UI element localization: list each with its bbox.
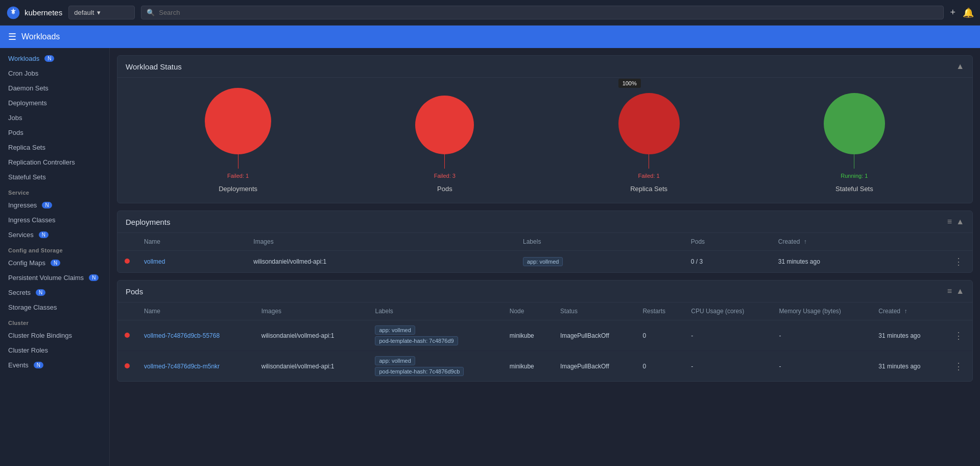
sidebar-item-replica-sets[interactable]: Replica Sets [0,140,109,155]
hamburger-icon[interactable]: ☰ [8,31,16,42]
col-created[interactable]: Created ↑ [771,233,945,251]
chart-stateful-sets-line [854,154,854,169]
chart-pods-legend: Failed: 3 [434,173,456,179]
table-row: vollmed-7c4876d9cb-55768 wilisondaniel/v… [117,320,972,351]
sidebar-item-cluster-roles[interactable]: Cluster Roles [0,343,109,358]
pods-table-header-row: Name Images Labels Node Status Restarts … [117,302,972,320]
pods-panel-header: Pods ≡ ▲ [117,281,972,302]
namespace-dropdown[interactable]: default ▾ [68,6,135,19]
pod-name-link[interactable]: vollmed-7c4876d9cb-55768 [144,332,220,339]
col-pod-images: Images [254,302,368,320]
chart-pods-bubble [415,96,474,154]
col-name[interactable]: Name [137,233,246,251]
sidebar-item-label: Persistent Volume Claims [8,274,84,282]
sidebar-item-services[interactable]: Services N [0,227,109,242]
sidebar-item-label: Secrets [8,289,31,296]
pods-filter-button[interactable]: ≡ [947,287,952,296]
sidebar-section-service: Service [0,184,109,198]
sidebar-item-pods[interactable]: Pods [0,125,109,140]
col-pod-created[interactable]: Created ↑ [871,302,945,320]
deployments-collapse-button[interactable]: ▲ [956,217,964,226]
deployments-table: Name Images Labels Pods Created ↑ [117,233,972,272]
pods-panel: Pods ≡ ▲ Name Images Labels Node Status … [117,280,973,382]
col-pod-name[interactable]: Name [137,302,254,320]
deployments-panel-title: Deployments [126,218,171,226]
col-status [117,233,137,251]
pod-memory-cell: - [772,320,871,351]
sidebar-item-cluster-role-bindings[interactable]: Cluster Role Bindings [0,328,109,343]
row-menu-button[interactable]: ⋮ [952,256,965,267]
pod-labels-cell: app: vollmed pod-template-hash: 7c4876d9… [368,351,502,382]
search-bar: 🔍 [141,6,944,19]
row-created-cell: 31 minutes ago [771,251,945,273]
chart-replica-sets: 100% Failed: 1 Replica Sets [618,93,680,193]
sidebar-badge-ingresses: N [42,202,52,208]
sidebar-item-label: Ingresses [8,201,37,209]
sidebar-item-label: Cluster Role Bindings [8,332,72,339]
row-menu-cell: ⋮ [945,251,972,273]
sidebar-item-workloads[interactable]: Workloads N [0,51,109,66]
col-pod-status [117,302,137,320]
col-actions [945,233,972,251]
sidebar-item-stateful-sets[interactable]: Stateful Sets [0,170,109,184]
sidebar-item-label: Pods [8,129,23,136]
sidebar-badge-events: N [34,362,43,368]
notification-bell-icon[interactable]: 🔔 [963,7,974,18]
row-menu-button[interactable]: ⋮ [952,361,965,372]
sidebar-item-label: Deployments [8,99,47,107]
chart-stateful-sets-bubble-wrap [824,93,885,169]
sort-arrow-icon: ↑ [804,238,807,245]
sidebar-item-daemon-sets[interactable]: Daemon Sets [0,81,109,96]
label-tag: app: vollmed [523,257,563,266]
pods-table: Name Images Labels Node Status Restarts … [117,302,972,381]
chart-stateful-sets-label: Stateful Sets [835,185,873,193]
add-button[interactable]: + [950,7,955,18]
pod-node-cell: minikube [503,351,553,382]
pods-table-body: vollmed-7c4876d9cb-55768 wilisondaniel/v… [117,320,972,382]
chart-replica-sets-line [649,154,649,169]
sidebar-item-storage-classes[interactable]: Storage Classes [0,300,109,315]
sidebar-item-events[interactable]: Events N [0,358,109,372]
col-pod-cpu: CPU Usage (cores) [684,302,772,320]
chart-deployments-label: Deployments [219,185,257,193]
chart-pods-bubble-wrap [415,96,474,169]
svg-point-1 [12,11,14,14]
sidebar-item-label: Storage Classes [8,304,57,311]
topbar-actions: + 🔔 [950,7,974,18]
pod-restarts-cell: 0 [635,320,684,351]
sidebar-item-secrets[interactable]: Secrets N [0,285,109,300]
sidebar-item-label: Daemon Sets [8,84,49,92]
pod-name-link[interactable]: vollmed-7c4876d9cb-m5nkr [144,363,220,370]
logo: kubernetes [6,6,62,20]
sidebar-item-ingress-classes[interactable]: Ingress Classes [0,213,109,227]
collapse-button[interactable]: ▲ [956,62,964,71]
layout: Workloads N Cron Jobs Daemon Sets Deploy… [0,48,980,466]
pods-collapse-button[interactable]: ▲ [956,287,964,296]
col-images: Images [246,233,516,251]
deployments-panel: Deployments ≡ ▲ Name Images Labels Pods … [117,211,973,273]
sidebar-item-replication-controllers[interactable]: Replication Controllers [0,155,109,170]
sidebar-item-config-maps[interactable]: Config Maps N [0,255,109,270]
chart-stateful-sets: Running: 1 Stateful Sets [824,93,885,193]
sidebar-item-cron-jobs[interactable]: Cron Jobs [0,66,109,81]
pod-restarts-cell: 0 [635,351,684,382]
sidebar-item-persistent-volume-claims[interactable]: Persistent Volume Claims N [0,270,109,285]
col-pod-memory: Memory Usage (bytes) [772,302,871,320]
charts-row: Failed: 1 Deployments Failed: 3 Pods [117,78,972,203]
sidebar-badge-config-maps: N [51,260,60,266]
deployment-name-link[interactable]: vollmed [144,258,165,265]
col-pod-restarts: Restarts [635,302,684,320]
topbar: kubernetes default ▾ 🔍 + 🔔 [0,0,980,26]
chevron-down-icon: ▾ [97,9,101,16]
sidebar-item-deployments[interactable]: Deployments [0,96,109,110]
label-tag: app: vollmed [375,325,415,335]
workload-status-controls: ▲ [956,62,964,71]
row-menu-button[interactable]: ⋮ [952,330,965,341]
deployments-filter-button[interactable]: ≡ [947,217,952,226]
sidebar-item-jobs[interactable]: Jobs [0,110,109,125]
pod-status-value-cell: ImagePullBackOff [553,351,636,382]
workload-status-panel: Workload Status ▲ Failed: 1 Deployments [117,55,973,203]
sidebar-item-ingresses[interactable]: Ingresses N [0,198,109,213]
search-input[interactable] [159,9,938,16]
status-badge [125,333,130,338]
